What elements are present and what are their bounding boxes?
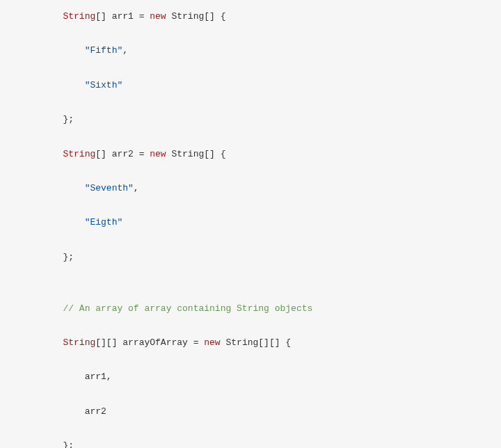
code-line-03: "Sixth" <box>0 77 501 95</box>
type-keyword: String <box>63 337 95 348</box>
type-keyword: String <box>63 149 95 159</box>
string-literal: "Fifth" <box>85 45 123 56</box>
string-literal: "Sixth" <box>85 80 123 90</box>
code-snippet: String[] arr1 = new String[] { "Fifth", … <box>0 0 501 448</box>
new-keyword: new <box>150 11 166 22</box>
code-line-07: "Eigth" <box>0 214 501 232</box>
string-literal: "Seventh" <box>85 183 134 193</box>
string-literal: "Eigth" <box>85 217 123 227</box>
code-line-05: String[] arr2 = new String[] { <box>0 146 501 163</box>
code-line-13: arr2 <box>0 403 501 421</box>
comment: // An array of array containing String o… <box>63 303 312 314</box>
new-keyword: new <box>150 149 166 159</box>
type-keyword: String <box>63 11 95 22</box>
code-pre: String[] arr1 = new String[] { "Fifth", … <box>0 8 501 448</box>
new-keyword: new <box>204 337 220 348</box>
code-line-10: // An array of array containing String o… <box>0 301 501 318</box>
code-line-14: }; <box>0 438 501 448</box>
code-line-06: "Seventh", <box>0 180 501 198</box>
code-line-12: arr1, <box>0 369 501 386</box>
code-line-01: String[] arr1 = new String[] { <box>0 8 501 26</box>
code-line-08: }; <box>0 249 501 266</box>
code-line-04: }; <box>0 111 501 129</box>
code-line-02: "Fifth", <box>0 42 501 60</box>
code-line-11: String[][] arrayOfArray = new String[][]… <box>0 335 501 352</box>
